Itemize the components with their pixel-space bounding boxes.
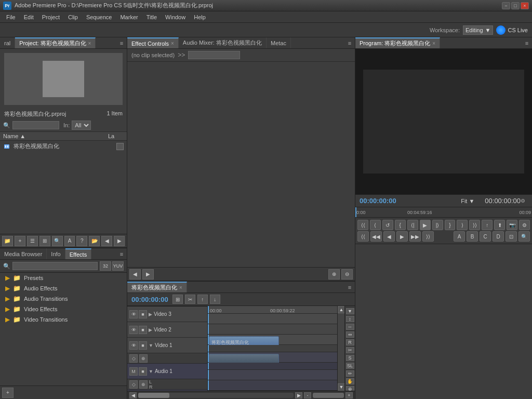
fx-32-button[interactable]: 32 <box>100 261 111 271</box>
center-panel-menu[interactable]: ≡ <box>344 37 355 48</box>
list-view-button[interactable]: ☰ <box>27 236 38 246</box>
item-checkbox[interactable] <box>116 143 124 150</box>
tab-info[interactable]: Info <box>47 248 65 259</box>
program-tc-left[interactable]: 00:00:00:00 <box>360 197 461 205</box>
lock-v3[interactable]: ■ <box>139 310 147 318</box>
tab-effect-controls[interactable]: Effect Controls × <box>127 37 179 48</box>
menu-marker[interactable]: Marker <box>116 13 142 21</box>
tab-project-close[interactable]: × <box>88 41 91 46</box>
icon-view-button[interactable]: ⊞ <box>39 236 50 246</box>
tl-tool-track-select[interactable]: ↕ <box>346 316 354 322</box>
track-clips-a3[interactable] <box>208 380 337 391</box>
timeline-vertical-scrollbar[interactable]: ▲ ▼ <box>337 306 344 391</box>
ct-btn1[interactable]: ◀ <box>129 269 141 280</box>
cslive-button[interactable]: CS Live <box>496 25 528 35</box>
prog-step-back5[interactable]: ⟨⟨ <box>357 220 368 230</box>
prog-play-button[interactable]: ▶ <box>420 220 431 230</box>
tl-tool-rate[interactable]: R <box>346 339 354 345</box>
tl-tool-roll[interactable]: ⇔ <box>346 331 354 338</box>
prog-rev-play[interactable]: ◀◀ <box>370 231 382 242</box>
vscroll-down-btn[interactable]: ▼ <box>338 383 345 391</box>
lock-a1[interactable]: ■ <box>139 367 147 376</box>
tab-audio-mixer[interactable]: Audio Mixer: 将彩色视频黑白化 <box>179 37 267 48</box>
prog-extract[interactable]: ⬆ <box>494 220 505 230</box>
ec-sequence-input[interactable] <box>188 51 240 59</box>
tl-razor-button[interactable]: ✂ <box>185 295 195 304</box>
prog-loop[interactable]: ↺ <box>382 220 393 230</box>
hscroll-right-btn[interactable]: ▶ <box>295 392 302 398</box>
v1-key-btn[interactable]: ◇ <box>129 354 138 363</box>
tab-tl-close[interactable]: × <box>179 285 182 290</box>
tl-tool-hand[interactable]: ✋ <box>346 378 354 384</box>
lock-v1[interactable]: ■ <box>139 341 147 350</box>
workspace-selector[interactable]: Editing ▼ <box>463 25 494 35</box>
prog-step-fwd5[interactable]: ⟩⟩ <box>469 220 480 230</box>
tab-timeline[interactable]: 将彩色视频黑白化 × <box>127 282 187 292</box>
list-item[interactable]: 将彩色视频黑白化 <box>0 141 127 152</box>
effects-item-audio-effects[interactable]: ▶ 📁 Audio Effects <box>0 283 127 294</box>
project-search-input[interactable] <box>12 121 59 129</box>
prog-step-back1[interactable]: ⟨ <box>370 220 381 230</box>
menu-file[interactable]: File <box>2 13 20 21</box>
effects-item-presets[interactable]: ▶ 📁 Presets <box>0 273 127 283</box>
tab-ec-close[interactable]: × <box>171 41 174 46</box>
find-button[interactable]: ? <box>76 236 87 246</box>
tl-tool-razor[interactable]: ✂ <box>346 347 354 353</box>
effects-item-video-effects[interactable]: ▶ 📁 Video Effects <box>0 304 127 314</box>
menu-project[interactable]: Project <box>38 13 64 21</box>
prog-go-out[interactable]: |⟩ <box>432 220 443 230</box>
tab-metaclip[interactable]: Metac <box>267 37 291 48</box>
program-fit-selector[interactable]: Fit ▼ <box>461 198 474 204</box>
menu-edit[interactable]: Edit <box>20 13 38 21</box>
menu-help[interactable]: Help <box>190 13 210 21</box>
timeline-timecode[interactable]: 00:00:00:00 <box>131 296 168 303</box>
search-tb-button[interactable]: 🔍 <box>52 236 63 246</box>
effects-item-audio-transitions[interactable]: ▶ 📁 Audio Transitions <box>0 294 127 304</box>
tl-tool-zoom[interactable]: ⊕ <box>346 386 354 391</box>
menu-clip[interactable]: Clip <box>64 13 82 21</box>
prog-safe-margins[interactable]: ⊡ <box>506 231 517 242</box>
minimize-button[interactable]: − <box>502 2 510 9</box>
ec-arrows-button[interactable]: >> <box>178 51 185 59</box>
tab-effects[interactable]: Effects <box>65 248 91 259</box>
a1-sync-btn[interactable]: ⊕ <box>139 380 148 389</box>
a1-key-btn[interactable]: ◇ <box>129 380 138 389</box>
menu-sequence[interactable]: Sequence <box>82 13 116 21</box>
tl-snap-button[interactable]: ⊞ <box>172 295 183 304</box>
hscroll-thumb[interactable] <box>138 393 169 398</box>
prog-multicam-c[interactable]: C <box>480 231 491 242</box>
expand-a1[interactable]: ▼ <box>149 369 153 374</box>
vscroll-track[interactable] <box>338 313 344 383</box>
effects-panel-menu[interactable]: ≡ <box>116 248 127 259</box>
lock-v2[interactable]: ■ <box>139 326 147 334</box>
prog-fast-fwd[interactable]: ▶▶ <box>409 231 421 242</box>
track-clips-a2[interactable] <box>208 370 337 380</box>
program-tc-right[interactable]: 00:00:00:00 <box>485 197 521 205</box>
hscroll-plus-btn[interactable]: + <box>345 392 353 398</box>
new-item-button[interactable]: + <box>15 236 25 246</box>
prog-step-fwd-big[interactable]: ⟩⟩ <box>422 231 434 242</box>
tl-tool-slide[interactable]: SL <box>346 363 354 369</box>
tl-tool-select[interactable]: ▼ <box>346 308 354 314</box>
effects-search-input[interactable] <box>12 262 98 270</box>
prog-slow-fwd[interactable]: ▶ <box>396 231 408 242</box>
tl-extract-button[interactable]: ↓ <box>210 295 220 304</box>
tl-tool-ripple[interactable]: ↔ <box>346 324 354 330</box>
vscroll-up-btn[interactable]: ▲ <box>338 306 345 313</box>
panel-menu-icon[interactable]: ≡ <box>116 37 127 48</box>
tab-prog-close[interactable]: × <box>432 41 435 46</box>
tab-ral[interactable]: ral <box>0 37 15 48</box>
track-clips-a1[interactable] <box>208 352 337 363</box>
hscroll-left-btn[interactable]: ◀ <box>129 392 137 398</box>
prog-settings[interactable]: ⚙ <box>519 220 530 230</box>
tab-program-monitor[interactable]: Program: 将彩色视频黑白化 × <box>355 37 440 48</box>
toggle-output-v2[interactable]: 👁 <box>129 326 138 334</box>
ct-zoom-btn[interactable]: ⊕ <box>328 269 340 280</box>
prog-multicam-a[interactable]: A <box>454 231 465 242</box>
prog-multicam-b[interactable]: B <box>467 231 478 242</box>
tab-project[interactable]: Project: 将彩色视频黑白化 × <box>15 37 96 48</box>
nav-fwd-button[interactable]: ▶ <box>114 236 125 246</box>
ct-btn2[interactable]: ▶ <box>142 269 154 280</box>
prog-in-mark[interactable]: { <box>395 220 406 230</box>
tl-lift-button[interactable]: ↑ <box>197 295 208 304</box>
